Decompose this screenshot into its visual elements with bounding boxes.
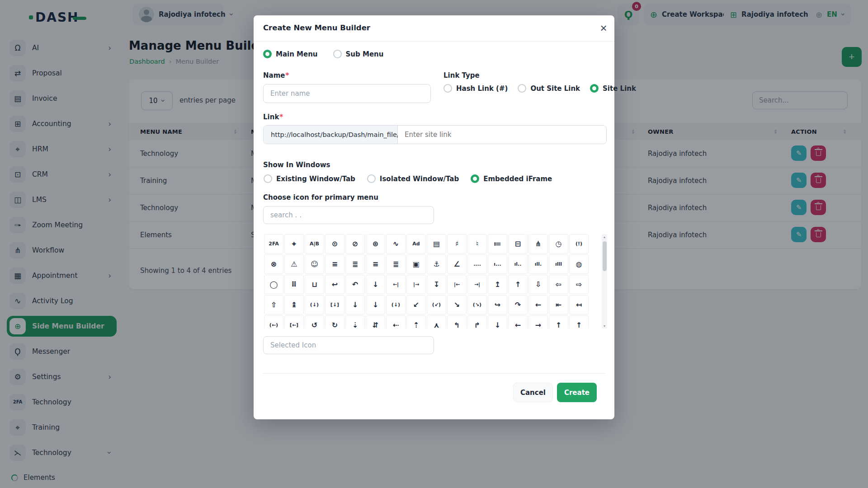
icon-cell[interactable]: |→ [406, 275, 426, 294]
icon-cell[interactable]: ≣ [386, 254, 406, 274]
icon-cell[interactable]: (↓) [305, 295, 324, 314]
icon-cell[interactable]: ⊘ [345, 234, 365, 253]
icon-cell[interactable]: ⇡ [406, 315, 426, 328]
icon-cell[interactable]: (↓) [386, 295, 406, 314]
icon-cell[interactable]: ◯ [264, 275, 283, 294]
radio-icon[interactable] [333, 50, 342, 58]
icon-cell[interactable]: ⇦ [549, 275, 568, 294]
icon-cell[interactable]: → [528, 315, 548, 328]
icon-cell[interactable]: ↤ [569, 295, 589, 314]
icon-cell[interactable]: Ad [406, 234, 426, 253]
icon-cell[interactable]: ↩ [325, 275, 344, 294]
site-link-input[interactable] [398, 126, 606, 144]
icon-cell[interactable]: (↘) [467, 295, 487, 314]
icon-cell[interactable]: ↓ [488, 315, 507, 328]
icon-cell[interactable]: ↓ [366, 275, 385, 294]
show-in-option[interactable]: Isolated Window/Tab [367, 174, 459, 183]
menu-level-option[interactable]: Sub Menu [333, 50, 384, 58]
icon-cell[interactable]: ↑ [569, 315, 589, 328]
scrollbar-thumb[interactable] [603, 241, 607, 271]
icon-cell[interactable]: ↨ [284, 295, 304, 314]
icon-cell[interactable]: ⊛ [366, 234, 385, 253]
icon-cell[interactable]: ◷ [549, 234, 568, 253]
icon-cell[interactable]: ⇤ [549, 295, 568, 314]
icon-cell[interactable]: |← [447, 275, 467, 294]
icon-cell[interactable]: ◍ [569, 254, 589, 274]
selected-icon-input[interactable] [263, 336, 434, 354]
icon-cell[interactable]: ↑ [508, 275, 528, 294]
icon-cell[interactable]: ▤ [427, 234, 446, 253]
icon-cell[interactable]: .... [467, 254, 487, 274]
link-type-option[interactable]: Site Link [590, 84, 636, 93]
icon-cell[interactable]: ↘ [447, 295, 467, 314]
icon-cell[interactable]: ↰ [447, 315, 467, 328]
cancel-button[interactable]: Cancel [513, 383, 553, 402]
icon-cell[interactable]: ⠿ [284, 275, 304, 294]
icon-cell[interactable]: ⇨ [569, 275, 589, 294]
radio-icon[interactable] [263, 50, 272, 58]
scroll-up-icon[interactable] [602, 234, 607, 239]
radio-icon[interactable] [518, 84, 526, 93]
icon-cell[interactable]: ≡ [366, 254, 385, 274]
show-in-option[interactable]: Embedded iFrame [471, 174, 552, 183]
radio-icon[interactable] [471, 174, 479, 183]
icon-cell[interactable]: ↥ [488, 275, 507, 294]
icon-cell[interactable]: ∿ [386, 234, 406, 253]
scroll-down-icon[interactable] [602, 323, 607, 328]
radio-icon[interactable] [264, 174, 272, 183]
icon-cell[interactable]: ← [508, 315, 528, 328]
icon-cell[interactable]: ↓ [345, 295, 365, 314]
radio-icon[interactable] [443, 84, 452, 93]
icon-cell[interactable]: ↻ [325, 315, 344, 328]
icon-cell[interactable]: ⚓ [427, 254, 446, 274]
create-button[interactable]: Create [557, 383, 597, 402]
menu-level-option[interactable]: Main Menu [263, 50, 318, 58]
show-in-option[interactable]: Existing Window/Tab [264, 174, 355, 183]
link-type-option[interactable]: Out Site Link [518, 84, 580, 93]
icon-cell[interactable]: ↶ [345, 275, 365, 294]
icon-cell[interactable]: ⊔ [305, 275, 324, 294]
icon-cell[interactable]: ← [528, 295, 548, 314]
icon-cell[interactable]: A|B [305, 234, 324, 253]
name-input[interactable] [263, 84, 431, 103]
icon-cell[interactable]: ıll. [528, 254, 548, 274]
radio-icon[interactable] [590, 84, 599, 93]
icon-cell[interactable]: ≔ [488, 234, 507, 253]
icon-cell[interactable]: ı... [488, 254, 507, 274]
icon-cell[interactable]: ılll [549, 254, 568, 274]
icon-cell[interactable]: [←] [284, 315, 304, 328]
icon-grid-scrollbar[interactable] [602, 234, 607, 328]
icon-cell[interactable]: (←) [264, 315, 283, 328]
icon-cell[interactable]: ⊙ [325, 234, 344, 253]
icon-cell[interactable]: ↺ [305, 315, 324, 328]
icon-cell[interactable]: ↙ [406, 295, 426, 314]
icon-cell[interactable]: ⋔ [528, 234, 548, 253]
icon-cell[interactable]: ⌖ [284, 234, 304, 253]
icon-cell[interactable]: ↧ [427, 275, 446, 294]
icon-cell[interactable]: ↷ [508, 295, 528, 314]
icon-cell[interactable]: ≣ [345, 254, 365, 274]
icon-cell[interactable]: ⇩ [528, 275, 548, 294]
icon-cell[interactable]: (↙) [427, 295, 446, 314]
icon-cell[interactable]: [↓] [325, 295, 344, 314]
icon-cell[interactable]: ⇣ [345, 315, 365, 328]
icon-cell[interactable]: ←| [386, 275, 406, 294]
radio-icon[interactable] [367, 174, 376, 183]
icon-cell[interactable]: ∠ [447, 254, 467, 274]
icon-cell[interactable]: ıl.. [508, 254, 528, 274]
icon-search-input[interactable] [263, 206, 434, 224]
icon-cell[interactable]: ♮ [467, 234, 487, 253]
icon-cell[interactable]: →| [467, 275, 487, 294]
icon-cell[interactable]: ↓ [366, 295, 385, 314]
close-icon[interactable] [597, 22, 610, 34]
icon-cell[interactable]: ⊟ [508, 234, 528, 253]
icon-cell[interactable]: ↪ [488, 295, 507, 314]
icon-cell[interactable]: ≡ [325, 254, 344, 274]
icon-cell[interactable]: ▣ [406, 254, 426, 274]
icon-cell[interactable]: ↱ [467, 315, 487, 328]
link-type-option[interactable]: Hash Link (#) [443, 84, 508, 93]
icon-cell[interactable]: ⇠ [386, 315, 406, 328]
icon-cell[interactable]: (!) [569, 234, 589, 253]
icon-cell[interactable]: ♯ [447, 234, 467, 253]
icon-cell[interactable]: ⊗ [264, 254, 283, 274]
